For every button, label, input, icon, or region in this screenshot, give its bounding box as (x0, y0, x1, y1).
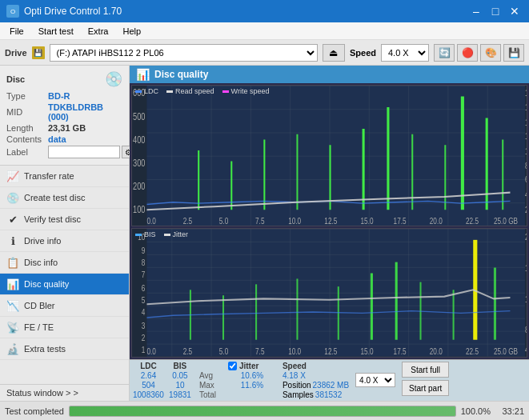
top-chart-svg: 600 500 400 300 200 100 18X 16X 14X 12X … (132, 86, 527, 226)
minimize-button[interactable]: – (468, 3, 484, 19)
verify-test-disc-icon: ✔ (6, 213, 19, 226)
content-area: 📊 Disc quality LDC Read speed (130, 66, 529, 401)
svg-text:7: 7 (142, 270, 146, 280)
legend-jitter: Jitter (164, 230, 189, 238)
start-part-button[interactable]: Start part (402, 380, 449, 396)
drive-icon-btn-1[interactable]: 🔄 (434, 44, 455, 62)
svg-text:2X: 2X (525, 205, 527, 214)
legend-read-speed: Read speed (166, 87, 214, 95)
sidebar-item-disc-info[interactable]: 📋 Disc info (0, 252, 129, 274)
svg-text:16X: 16X (525, 102, 527, 112)
svg-rect-71 (296, 279, 298, 340)
svg-text:4: 4 (142, 307, 146, 318)
jitter-checkbox[interactable] (228, 362, 237, 370)
svg-text:25.0 GB: 25.0 GB (494, 346, 518, 357)
sidebar-item-extra-tests[interactable]: 🔬 Extra tests (0, 338, 129, 360)
svg-text:6X: 6X (525, 174, 527, 184)
drive-icon-btn-4[interactable]: 💾 (503, 44, 524, 62)
status-window-button[interactable]: Status window > > (0, 384, 129, 401)
close-button[interactable]: ✕ (507, 3, 523, 19)
label-input-group: ⚙ (48, 146, 134, 158)
bis-avg: 0.05 (167, 371, 193, 380)
svg-text:2.5: 2.5 (183, 216, 192, 226)
ldc-total: 1008360 (133, 390, 164, 399)
menu-help[interactable]: Help (116, 25, 147, 38)
svg-text:10X: 10X (525, 146, 527, 156)
svg-rect-36 (444, 145, 446, 210)
disc-type-label: Type (6, 91, 48, 101)
svg-text:0.0: 0.0 (146, 346, 156, 357)
svg-rect-73 (371, 274, 373, 340)
svg-text:500: 500 (133, 111, 145, 122)
nav-items: 📈 Transfer rate 💿 Create test disc ✔ Ver… (0, 166, 129, 384)
disc-contents-value: data (48, 134, 66, 144)
sidebar-item-cd-bler[interactable]: 📉 CD Bler (0, 295, 129, 317)
svg-text:300: 300 (133, 158, 145, 169)
svg-rect-74 (395, 262, 398, 340)
disc-section-icon: 💿 (105, 70, 122, 88)
nav-item-create-test-disc-label: Create test disc (24, 193, 85, 202)
menu-start-test[interactable]: Start test (32, 25, 80, 38)
svg-text:15.0: 15.0 (361, 346, 374, 357)
svg-rect-1 (146, 86, 524, 226)
sidebar-item-create-test-disc[interactable]: 💿 Create test disc (0, 187, 129, 209)
maximize-button[interactable]: □ (487, 3, 503, 19)
nav-item-disc-info-label: Disc info (24, 258, 58, 267)
sidebar: Disc 💿 Type BD-R MID TDKBLDRBB (000) Len… (0, 66, 130, 401)
svg-text:200: 200 (133, 180, 145, 191)
avg-label: Avg (199, 371, 222, 380)
svg-text:8%: 8% (525, 326, 527, 336)
eject-button[interactable]: ⏏ (323, 44, 345, 62)
svg-rect-28 (198, 150, 199, 210)
legend-bis: BIS (135, 230, 156, 238)
speed-label: Speed (350, 48, 376, 58)
stats-row-labels: x Avg Max Total (199, 362, 222, 399)
sidebar-item-verify-test-disc[interactable]: ✔ Verify test disc (0, 209, 129, 230)
svg-rect-39 (502, 139, 503, 210)
content-header: 📊 Disc quality (130, 66, 529, 83)
progress-percent: 100.0% (461, 406, 491, 416)
cd-bler-icon: 📉 (6, 299, 19, 312)
stats-table: LDC 2.64 504 1008360 BIS 0.05 10 19831 x… (130, 359, 529, 401)
svg-text:10.0: 10.0 (288, 216, 301, 226)
legend-ldc: LDC (135, 87, 158, 95)
start-full-button[interactable]: Start full (402, 362, 449, 378)
svg-text:18X: 18X (525, 88, 527, 98)
svg-text:14X: 14X (525, 118, 527, 127)
drive-select[interactable]: (F:) ATAPI iHBS112 2 PL06 (50, 44, 318, 62)
bis-header: BIS (167, 362, 193, 370)
menu-file[interactable]: File (3, 25, 30, 38)
sidebar-item-transfer-rate[interactable]: 📈 Transfer rate (0, 166, 129, 187)
svg-rect-41 (146, 229, 524, 357)
nav-item-cd-bler-label: CD Bler (24, 301, 55, 310)
speed-stat-header: Speed (283, 362, 349, 370)
speed-dropdown[interactable]: 4.0 X (355, 373, 395, 387)
charts-area: LDC Read speed Write speed (130, 83, 529, 359)
label-input[interactable] (48, 146, 120, 158)
nav-item-extra-tests-label: Extra tests (24, 344, 66, 354)
create-test-disc-icon: 💿 (6, 191, 19, 204)
nav-item-disc-quality-label: Disc quality (24, 279, 69, 289)
svg-text:9: 9 (142, 246, 146, 256)
svg-text:12.5: 12.5 (324, 346, 337, 357)
top-chart: LDC Read speed Write speed (131, 85, 527, 226)
svg-text:5.0: 5.0 (219, 216, 228, 226)
svg-text:12X: 12X (525, 131, 527, 141)
drive-label: Drive (5, 48, 27, 58)
svg-text:1: 1 (142, 346, 146, 356)
nav-item-drive-info-label: Drive info (24, 236, 61, 246)
menu-extra[interactable]: Extra (82, 25, 115, 38)
svg-text:5: 5 (142, 295, 146, 306)
disc-info-panel: Disc 💿 Type BD-R MID TDKBLDRBB (000) Len… (0, 66, 129, 166)
jitter-header: Jitter (239, 362, 258, 370)
sidebar-item-fe-te[interactable]: 📡 FE / TE (0, 317, 129, 338)
svg-text:25.0 GB: 25.0 GB (494, 216, 518, 226)
sidebar-item-disc-quality[interactable]: 📊 Disc quality (0, 274, 129, 295)
sidebar-item-drive-info[interactable]: ℹ Drive info (0, 230, 129, 252)
drive-icon-btn-2[interactable]: 🔴 (457, 44, 478, 62)
speed-dropdown-col: 4.0 X (355, 362, 395, 387)
drive-icon-btn-3[interactable]: 🎨 (480, 44, 501, 62)
speed-select[interactable]: 4.0 X (381, 44, 429, 62)
title-bar-controls: – □ ✕ (468, 3, 523, 19)
ldc-dot (135, 90, 142, 93)
